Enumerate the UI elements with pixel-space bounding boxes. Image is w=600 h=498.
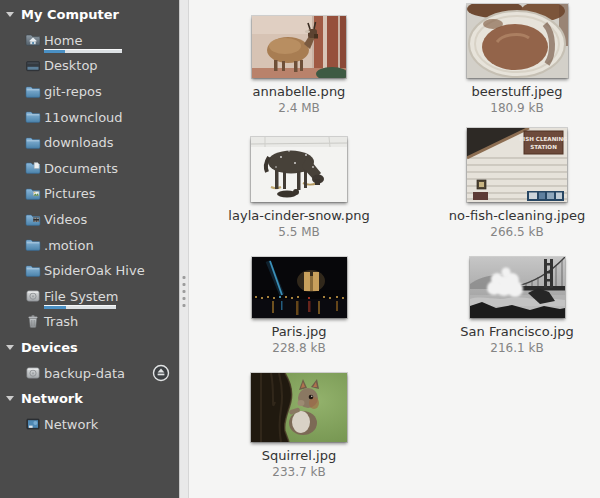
sidebar-item-label: Documents: [44, 161, 118, 176]
files-pane: annabelle.png 2.4 MB beerstuff: [189, 0, 600, 498]
section-label: Devices: [21, 340, 78, 355]
file-size: 5.5 MB: [189, 225, 409, 239]
file-name: no-fish-cleaning.jpeg: [407, 208, 600, 223]
disk-usage-bar: [44, 49, 122, 53]
folder-icon: [25, 84, 41, 100]
sidebar-item-label: Trash: [44, 314, 78, 329]
sidebar-item-motion[interactable]: .motion: [0, 232, 179, 258]
sidebar-item-label-wrap: File System: [44, 289, 118, 304]
golden-gate-bridge-photo-thumbnail: [470, 257, 565, 318]
sidebar-item-label: downloads: [44, 135, 114, 150]
sidebar-item-pictures[interactable]: Pictures: [0, 181, 179, 207]
jar-of-brown-liquid-photo-thumbnail: [467, 4, 568, 78]
sidebar-item-backup-data[interactable]: backup-data: [0, 360, 179, 386]
eject-button[interactable]: [152, 364, 170, 382]
file-item[interactable]: annabelle.png 2.4 MB: [189, 0, 409, 115]
sidebar-item-file-system[interactable]: File System: [0, 284, 179, 310]
file-size: 266.5 kB: [407, 225, 600, 239]
drive-icon: [25, 288, 41, 304]
folder-icon: [25, 263, 41, 279]
drive-icon: [25, 365, 41, 381]
file-name: San Francisco.jpg: [407, 324, 600, 339]
sidebar-item-label: git-repos: [44, 84, 102, 99]
file-name: beerstuff.jpeg: [407, 84, 600, 99]
file-size: 228.8 kB: [189, 341, 409, 355]
home-folder-icon: [25, 32, 41, 48]
sidebar-section-my-computer[interactable]: My Computer: [0, 2, 179, 28]
file-manager-window: My Computer Home Desktop git-repos 11own…: [0, 0, 600, 498]
file-size: 180.9 kB: [407, 101, 600, 115]
expander-icon[interactable]: [6, 345, 14, 350]
section-label: Network: [21, 391, 83, 406]
desktop-icon: [25, 58, 41, 74]
expander-icon[interactable]: [6, 396, 14, 401]
sidebar-item-label: backup-data: [44, 366, 125, 381]
sidebar-item-label: Videos: [44, 212, 87, 227]
sidebar-item-git-repos[interactable]: git-repos: [0, 79, 179, 105]
sidebar-item-videos[interactable]: Videos: [0, 207, 179, 233]
file-item[interactable]: layla-cinder-snow.png 5.5 MB: [189, 124, 409, 239]
sidebar-item-label: Desktop: [44, 58, 98, 73]
file-name: annabelle.png: [189, 84, 409, 99]
sidebar-item-label: Home: [44, 33, 82, 48]
trash-icon: [25, 314, 41, 330]
pane-splitter[interactable]: [179, 0, 189, 498]
file-item[interactable]: beerstuff.jpeg 180.9 kB: [407, 0, 600, 115]
expander-icon[interactable]: [6, 12, 14, 17]
sidebar-item-label: Network: [44, 417, 98, 432]
disk-usage-bar: [44, 305, 116, 309]
videos-folder-icon: [25, 212, 41, 228]
sidebar-item-spideroak-hive[interactable]: SpiderOak Hive: [0, 258, 179, 284]
sidebar-item-trash[interactable]: Trash: [0, 309, 179, 335]
goat-photo-thumbnail: [252, 16, 346, 78]
file-name: Paris.jpg: [189, 324, 409, 339]
sidebar-item-label-wrap: Home: [44, 33, 82, 48]
network-icon: [25, 416, 41, 432]
fish-cleaning-station-photo-thumbnail: FISH CLEANING STATION: [467, 128, 567, 202]
places-sidebar: My Computer Home Desktop git-repos 11own…: [0, 0, 179, 498]
horse-in-snow-photo-thumbnail: [251, 137, 347, 202]
sidebar-item-label: Pictures: [44, 186, 95, 201]
sidebar-item-label: .motion: [44, 238, 94, 253]
splitter-grip-icon: [183, 276, 186, 307]
sidebar-section-devices[interactable]: Devices: [0, 335, 179, 361]
file-size: 233.7 kB: [189, 465, 409, 479]
folder-icon: [25, 135, 41, 151]
sidebar-item-label: File System: [44, 289, 118, 304]
section-label: My Computer: [21, 7, 119, 22]
sidebar-item-home[interactable]: Home: [0, 28, 179, 54]
sidebar-item-desktop[interactable]: Desktop: [0, 53, 179, 79]
svg-text:STATION: STATION: [530, 144, 557, 150]
file-size: 216.1 kB: [407, 341, 600, 355]
svg-text:FISH CLEANING: FISH CLEANING: [519, 136, 567, 142]
file-item[interactable]: Paris.jpg 228.8 kB: [189, 246, 409, 355]
paris-night-photo-thumbnail: [252, 257, 347, 318]
sidebar-item-label: SpiderOak Hive: [44, 263, 145, 278]
file-item[interactable]: FISH CLEANING STATION no-fish-cleaning.j…: [407, 124, 600, 239]
file-name: Squirrel.jpg: [189, 448, 409, 463]
file-name: layla-cinder-snow.png: [189, 208, 409, 223]
pictures-folder-icon: [25, 186, 41, 202]
file-size: 2.4 MB: [189, 101, 409, 115]
sidebar-item-downloads[interactable]: downloads: [0, 130, 179, 156]
file-item[interactable]: San Francisco.jpg 216.1 kB: [407, 246, 600, 355]
sidebar-item-11owncloud[interactable]: 11owncloud: [0, 104, 179, 130]
sidebar-item-network[interactable]: Network: [0, 412, 179, 438]
folder-icon: [25, 237, 41, 253]
folder-icon: [25, 109, 41, 125]
sidebar-item-documents[interactable]: Documents: [0, 156, 179, 182]
sidebar-section-network[interactable]: Network: [0, 386, 179, 412]
squirrel-photo-thumbnail: [251, 373, 347, 442]
sidebar-item-label: 11owncloud: [44, 110, 123, 125]
file-item[interactable]: Squirrel.jpg 233.7 kB: [189, 366, 409, 479]
documents-folder-icon: [25, 160, 41, 176]
